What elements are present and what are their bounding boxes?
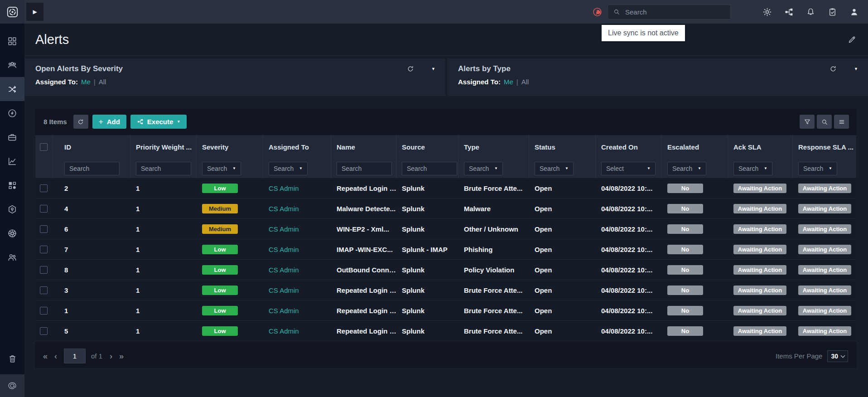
filter-severity-select[interactable]: Search▼ [202, 162, 241, 175]
column-header-response-sla[interactable]: Response SLA ... [793, 135, 856, 159]
edit-pencil-icon[interactable] [848, 35, 856, 44]
column-header-type[interactable]: Type [458, 135, 529, 159]
filter-created-on-select[interactable]: Select▼ [601, 162, 656, 175]
add-button[interactable]: + Add [92, 115, 126, 129]
sidebar-item-cases[interactable] [0, 125, 24, 149]
table-row[interactable]: 41MediumCS AdminMalware Detecte...Splunk… [35, 198, 856, 219]
column-header-status[interactable]: Status [529, 135, 596, 159]
app-logo[interactable] [0, 0, 24, 24]
column-header-name[interactable]: Name [331, 135, 396, 159]
sidebar-item-recycle-bin[interactable] [0, 343, 24, 374]
response-sla-badge: Awaiting Action [798, 184, 851, 193]
column-header-escalated[interactable]: Escalated [662, 135, 728, 159]
sidebar-item-team[interactable] [0, 53, 24, 77]
row-checkbox[interactable] [40, 327, 48, 335]
assigned-all-link[interactable]: All [99, 78, 106, 86]
column-header-priority-weight[interactable]: Priority Weight ... [130, 135, 197, 159]
first-page-button[interactable]: « [43, 352, 48, 360]
next-page-button[interactable]: › [110, 352, 112, 360]
refresh-icon[interactable] [406, 65, 415, 73]
sidebar-expand-button[interactable]: ▶ [26, 3, 43, 21]
filter-status-select[interactable]: Search▼ [535, 162, 574, 175]
row-checkbox[interactable] [40, 205, 48, 213]
assigned-to-link[interactable]: CS Admin [269, 246, 299, 253]
filter-source-input[interactable]: Search [402, 162, 457, 175]
sidebar-item-apps[interactable] [0, 173, 24, 197]
severity-badge: Low [202, 306, 238, 315]
items-per-page-select[interactable]: 30 [827, 350, 848, 362]
table-row[interactable]: 61MediumCS AdminWIN-EP2 - Xml...SplunkOt… [35, 219, 856, 239]
row-checkbox[interactable] [40, 184, 48, 192]
table-search-button[interactable] [817, 115, 832, 129]
refresh-button[interactable] [73, 115, 88, 129]
filter-type-select[interactable]: Search▼ [464, 162, 503, 175]
column-header-ack-sla[interactable]: Ack SLA [728, 135, 793, 159]
row-checkbox[interactable] [40, 307, 48, 315]
chevron-down-icon[interactable]: ▼ [431, 67, 435, 71]
filter-name-input[interactable]: Search [337, 162, 392, 175]
table-row[interactable]: 21LowCS AdminRepeated Login F...SplunkBr… [35, 178, 856, 198]
sidebar-item-threat[interactable] [0, 197, 24, 221]
filter-id-input[interactable]: Search [64, 162, 120, 175]
filter-priority-weight-input[interactable]: Search [136, 162, 191, 175]
row-checkbox[interactable] [40, 286, 48, 294]
chevron-down-icon[interactable]: ▼ [854, 67, 858, 71]
response-sla-badge: Awaiting Action [798, 224, 851, 234]
cell-name: OutBound Conne... [337, 266, 396, 274]
refresh-icon[interactable] [829, 65, 837, 73]
table-row[interactable]: 51LowCS AdminRepeated Login F...SplunkBr… [35, 321, 856, 341]
last-page-button[interactable]: » [119, 352, 124, 360]
table-menu-button[interactable] [834, 115, 849, 129]
assigned-me-link[interactable]: Me [504, 78, 513, 86]
assigned-to-link[interactable]: CS Admin [269, 266, 299, 274]
filter-escalated-select[interactable]: Search▼ [667, 162, 706, 175]
search-input[interactable] [624, 8, 725, 16]
cell-priority-weight: 1 [136, 246, 140, 253]
assigned-to-link[interactable]: CS Admin [269, 205, 299, 213]
filter-response-sla-select[interactable]: Search▼ [798, 162, 837, 175]
table-row[interactable]: 71LowCS AdminIMAP -WIN-EXC...Splunk - IM… [35, 239, 856, 260]
table-row[interactable]: 11LowCS AdminRepeated Login F...SplunkBr… [35, 300, 856, 321]
column-header-created-on[interactable]: Created On [596, 135, 662, 159]
execute-button[interactable]: Execute ▼ [130, 115, 187, 129]
tasks-clipboard-icon[interactable] [828, 7, 837, 17]
sidebar-item-actions[interactable] [0, 101, 24, 125]
assigned-all-link[interactable]: All [521, 78, 529, 86]
sidebar-item-dashboard[interactable] [0, 29, 24, 53]
assigned-to-link[interactable]: CS Admin [269, 286, 299, 294]
table-row[interactable]: 81LowCS AdminOutBound Conne...SplunkPoli… [35, 260, 856, 280]
column-header-id[interactable]: ID [53, 135, 130, 159]
row-checkbox[interactable] [40, 246, 48, 253]
filter-ack-sla-select[interactable]: Search▼ [733, 162, 772, 175]
sidebar-item-alerts[interactable] [0, 77, 24, 101]
prev-page-button[interactable]: ‹ [54, 352, 57, 360]
sidebar-item-reports[interactable] [0, 149, 24, 173]
select-all-checkbox[interactable] [40, 143, 48, 151]
column-header-source[interactable]: Source [396, 135, 458, 159]
sync-off-icon[interactable] [592, 7, 603, 17]
sidebar-item-network[interactable] [0, 221, 24, 245]
sitemap-icon[interactable] [784, 7, 794, 17]
notifications-bell-icon[interactable] [806, 7, 815, 17]
assigned-to-link[interactable]: CS Admin [269, 307, 299, 315]
settings-gear-icon[interactable] [762, 7, 772, 17]
row-checkbox[interactable] [40, 266, 48, 274]
table-row[interactable]: 31LowCS AdminRepeated Login F...SplunkBr… [35, 280, 856, 300]
filter-assigned-to-select[interactable]: Search▼ [269, 162, 308, 175]
sidebar-item-users[interactable] [0, 245, 24, 269]
assigned-to-link[interactable]: CS Admin [269, 327, 299, 335]
current-page-box[interactable]: 1 [64, 349, 86, 363]
filter-button[interactable] [800, 115, 815, 129]
escalated-badge: No [667, 326, 703, 336]
assigned-me-link[interactable]: Me [81, 78, 91, 86]
cases-icon [7, 132, 17, 142]
column-header-severity[interactable]: Severity [197, 135, 263, 159]
cell-status: Open [535, 266, 552, 274]
assigned-to-link[interactable]: CS Admin [269, 225, 299, 233]
user-profile-icon[interactable] [849, 7, 859, 17]
assigned-to-link[interactable]: CS Admin [269, 184, 299, 192]
column-header-assigned-to[interactable]: Assigned To [263, 135, 331, 159]
chevron-down-icon: ▼ [698, 167, 701, 170]
sidebar-item-mentions[interactable] [0, 374, 24, 397]
row-checkbox[interactable] [40, 225, 48, 233]
